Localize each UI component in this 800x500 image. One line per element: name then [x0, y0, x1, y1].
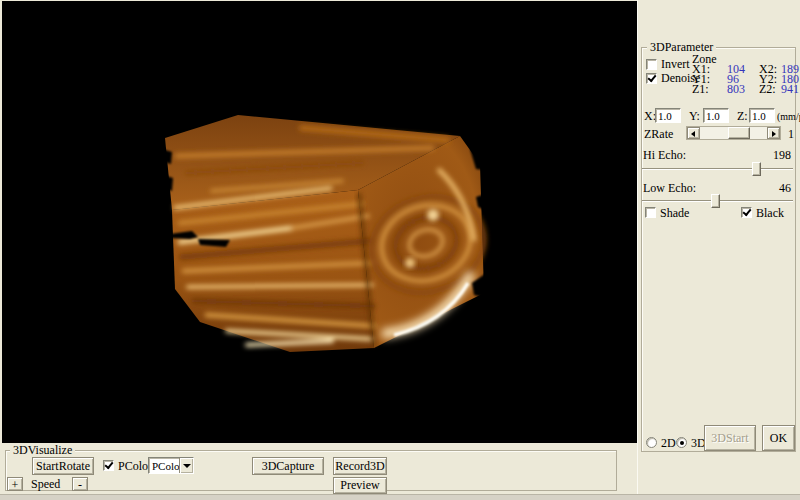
mode-3d-radio[interactable]	[676, 437, 687, 448]
hi-echo-label: Hi Echo:	[643, 150, 686, 161]
scale-x-input[interactable]	[655, 108, 681, 123]
zrate-scroll-thumb[interactable]	[728, 127, 750, 139]
low-echo-slider-thumb[interactable]	[711, 194, 720, 208]
pcolor-dropdown-button[interactable]	[179, 458, 193, 473]
pcolor-dropdown[interactable]: PColor	[148, 457, 194, 474]
zrate-label: ZRate	[644, 129, 673, 140]
volume-render[interactable]	[2, 1, 637, 443]
zrate-scroll-right-button[interactable]	[767, 127, 780, 139]
param-groupbox: 3DParameter Invert Denoise Zone X1: 104 …	[641, 47, 796, 452]
mode-2d-label: 2D	[661, 438, 676, 449]
render-viewport[interactable]	[2, 1, 637, 443]
3dcapture-button[interactable]: 3DCapture	[252, 457, 324, 475]
3dstart-button[interactable]: 3DStart	[704, 425, 756, 451]
denoise-checkbox[interactable]	[646, 73, 657, 84]
invert-checkbox[interactable]	[646, 59, 657, 70]
zone-z2-value: 941	[781, 84, 799, 95]
zrate-scrollbar[interactable]	[686, 126, 781, 140]
left-arrow-icon	[691, 131, 695, 137]
black-label: Black	[756, 208, 784, 219]
scale-unit-label: (mm/p)	[777, 111, 800, 122]
hi-echo-slider-track	[642, 168, 793, 170]
app-window: { "colors": { "panel_bg": "#ece9d8", "vi…	[0, 0, 800, 500]
ok-button[interactable]: OK	[762, 425, 795, 451]
hi-echo-slider-thumb[interactable]	[752, 162, 761, 176]
visualize-panel: 3DVisualize StartRotate PColor PColor 3D…	[0, 443, 637, 500]
low-echo-label: Low Echo:	[643, 183, 696, 194]
invert-label: Invert	[661, 59, 690, 70]
record3d-button[interactable]: Record3D	[333, 457, 387, 475]
speed-minus-button[interactable]: -	[72, 477, 88, 491]
zrate-scroll-left-button[interactable]	[687, 127, 700, 139]
low-echo-value: 46	[779, 183, 791, 194]
shade-label: Shade	[660, 208, 689, 219]
visualize-group-title: 3DVisualize	[10, 443, 75, 458]
zone-z2-label: Z2:	[759, 84, 776, 95]
preview-button[interactable]: Preview	[333, 477, 387, 494]
scale-y-label: Y:	[689, 111, 700, 122]
speed-plus-button[interactable]: +	[7, 477, 23, 491]
mode-2d-radio[interactable]	[646, 437, 657, 448]
scale-y-input[interactable]	[703, 108, 729, 123]
zrate-scroll-track[interactable]	[700, 127, 767, 139]
parameter-panel: 3DParameter Invert Denoise Zone X1: 104 …	[637, 0, 800, 500]
speed-label: Speed	[31, 479, 60, 490]
scale-z-input[interactable]	[749, 108, 775, 123]
pcolor-checkbox[interactable]	[103, 460, 114, 471]
shade-checkbox[interactable]	[645, 207, 656, 218]
black-checkbox[interactable]	[741, 207, 752, 218]
chevron-down-icon	[183, 464, 191, 468]
start-rotate-button[interactable]: StartRotate	[32, 457, 94, 475]
zone-z1-label: Z1:	[692, 84, 709, 95]
zone-z1-value: 803	[727, 84, 745, 95]
hi-echo-value: 198	[773, 150, 791, 161]
pcolor-label: PColor	[118, 461, 152, 472]
zrate-value: 1	[788, 129, 794, 140]
right-arrow-icon	[772, 131, 776, 137]
window-bottom-edge	[0, 494, 800, 500]
scale-z-label: Z:	[737, 111, 748, 122]
visualize-groupbox: 3DVisualize StartRotate PColor PColor 3D…	[5, 450, 617, 491]
